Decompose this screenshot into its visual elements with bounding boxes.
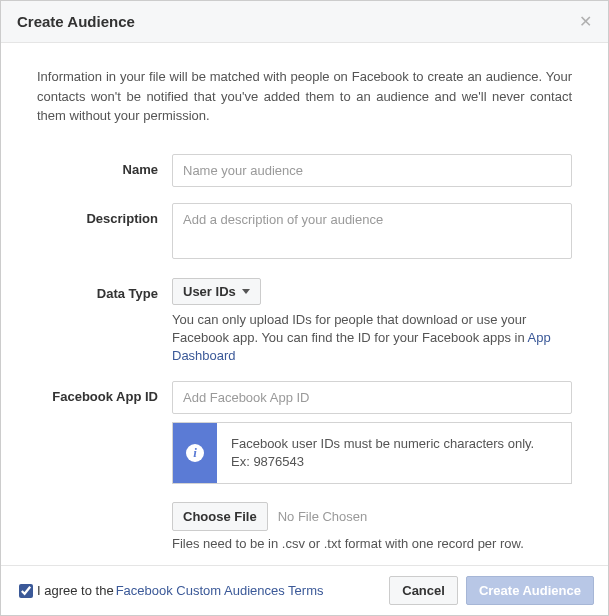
info-text: Facebook user IDs must be numeric charac…: [217, 423, 548, 483]
terms-link[interactable]: Facebook Custom Audiences Terms: [116, 583, 324, 598]
create-audience-button[interactable]: Create Audience: [466, 576, 594, 605]
file-help: Files need to be in .csv or .txt format …: [172, 535, 572, 553]
agree-terms-wrap[interactable]: I agree to the Facebook Custom Audiences…: [15, 581, 324, 601]
cancel-button[interactable]: Cancel: [389, 576, 458, 605]
modal-header: Create Audience ✕: [1, 1, 608, 43]
intro-text: Information in your file will be matched…: [37, 67, 572, 126]
description-input[interactable]: [172, 203, 572, 259]
file-status: No File Chosen: [268, 509, 368, 524]
close-icon[interactable]: ✕: [579, 14, 592, 30]
data-type-select[interactable]: User IDs: [172, 278, 261, 305]
app-id-info-box: i Facebook user IDs must be numeric char…: [172, 422, 572, 484]
data-type-help: You can only upload IDs for people that …: [172, 311, 572, 366]
data-type-row: Data Type User IDs You can only upload I…: [37, 278, 572, 366]
modal-footer: I agree to the Facebook Custom Audiences…: [1, 565, 608, 615]
modal-body: Information in your file will be matched…: [1, 43, 608, 565]
description-label: Description: [37, 203, 172, 262]
agree-checkbox[interactable]: [19, 584, 33, 598]
modal-title: Create Audience: [17, 13, 135, 30]
choose-file-button[interactable]: Choose File: [172, 502, 268, 531]
name-row: Name: [37, 154, 572, 187]
description-row: Description: [37, 203, 572, 262]
caret-down-icon: [242, 289, 250, 294]
data-type-label: Data Type: [37, 278, 172, 366]
footer-buttons: Cancel Create Audience: [389, 576, 594, 605]
info-icon: i: [186, 444, 204, 462]
data-type-value: User IDs: [183, 284, 236, 299]
name-input[interactable]: [172, 154, 572, 187]
create-audience-modal: Create Audience ✕ Information in your fi…: [0, 0, 609, 616]
app-id-input[interactable]: [172, 381, 572, 414]
info-icon-wrap: i: [173, 423, 217, 483]
name-label: Name: [37, 154, 172, 187]
file-row: Choose File No File Chosen: [172, 502, 572, 531]
agree-prefix: I agree to the: [37, 583, 114, 598]
app-id-label: Facebook App ID: [37, 381, 172, 554]
app-id-row: Facebook App ID i Facebook user IDs must…: [37, 381, 572, 554]
